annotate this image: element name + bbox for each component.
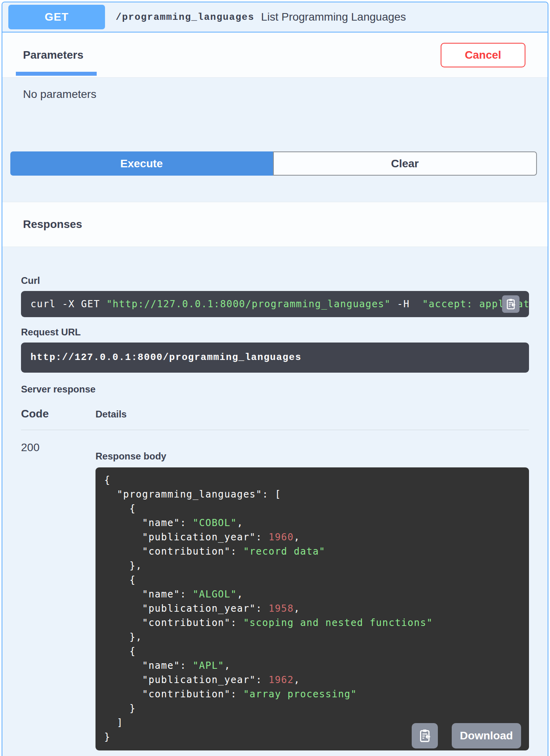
details-column-header: Details xyxy=(95,409,127,420)
endpoint-summary: List Programming Languages xyxy=(261,11,406,23)
responses-heading: Responses xyxy=(23,218,82,231)
request-url-text: http://127.0.0.1:8000/programming_langua… xyxy=(21,343,529,373)
copy-to-clipboard-button[interactable] xyxy=(502,295,519,313)
clipboard-copy-icon xyxy=(505,298,517,310)
download-button[interactable]: Download xyxy=(452,723,521,748)
response-row: 200 Response body { "programming_languag… xyxy=(21,441,529,750)
code-column-header: Code xyxy=(21,408,95,420)
status-code: 200 xyxy=(21,441,95,454)
response-actions: Download xyxy=(412,723,521,748)
response-table-header: Code Details xyxy=(21,408,529,421)
curl-command-text: curl -X GET "http://127.0.0.1:8000/progr… xyxy=(21,291,529,317)
active-tab-indicator xyxy=(16,72,97,76)
clipboard-copy-icon xyxy=(418,729,432,743)
response-details: Response body { "programming_languages":… xyxy=(95,441,529,750)
response-body-box: { "programming_languages": [ { "name": "… xyxy=(95,467,529,750)
server-response-label: Server response xyxy=(21,384,529,395)
curl-label: Curl xyxy=(21,275,529,286)
http-method-badge: GET xyxy=(8,5,105,29)
request-url-box: http://127.0.0.1:8000/programming_langua… xyxy=(21,343,529,373)
operation-header[interactable]: GET /programming_languages List Programm… xyxy=(2,2,548,33)
responses-body: Curl curl -X GET "http://127.0.0.1:8000/… xyxy=(2,275,548,750)
response-body-label: Response body xyxy=(95,451,529,462)
clear-button[interactable]: Clear xyxy=(273,151,537,176)
copy-response-button[interactable] xyxy=(412,723,438,748)
operation-block-get: GET /programming_languages List Programm… xyxy=(2,2,548,756)
request-url-label: Request URL xyxy=(21,327,529,338)
tab-parameters[interactable]: Parameters xyxy=(23,33,84,77)
tab-parameters-label: Parameters xyxy=(23,49,84,61)
responses-section-header: Responses xyxy=(2,202,548,247)
parameters-section-header: Parameters Cancel xyxy=(2,33,548,78)
response-body-json: { "programming_languages": [ { "name": "… xyxy=(95,467,529,744)
execute-button[interactable]: Execute xyxy=(10,151,273,176)
parameters-body: No parameters Execute Clear xyxy=(2,88,548,202)
table-divider xyxy=(21,430,529,430)
no-parameters-text: No parameters xyxy=(23,88,548,101)
curl-command-box[interactable]: curl -X GET "http://127.0.0.1:8000/progr… xyxy=(21,291,529,317)
cancel-button[interactable]: Cancel xyxy=(441,43,525,67)
execute-row: Execute Clear xyxy=(10,151,537,176)
endpoint-path: /programming_languages xyxy=(116,12,254,23)
